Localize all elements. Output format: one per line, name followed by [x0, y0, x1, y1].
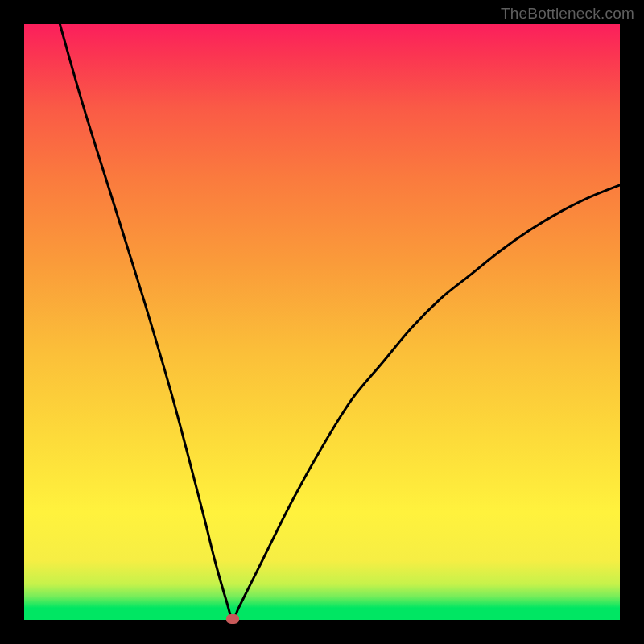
plot-area — [24, 24, 620, 620]
curve-svg — [24, 24, 620, 620]
attribution-text: TheBottleneck.com — [501, 5, 634, 23]
optimal-marker — [226, 614, 239, 624]
bottleneck-curve — [60, 24, 620, 620]
chart-frame: TheBottleneck.com — [0, 0, 644, 644]
